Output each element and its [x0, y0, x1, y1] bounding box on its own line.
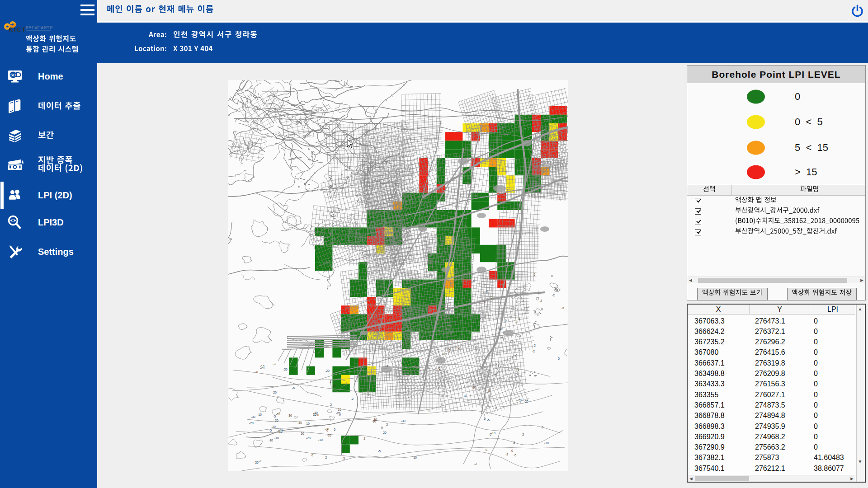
svg-text:-5: -5: [333, 428, 335, 431]
svg-text:-10: -10: [327, 434, 331, 437]
svg-text:-2: -2: [515, 320, 518, 324]
svg-text:-2: -2: [444, 352, 447, 356]
svg-text:-30: -30: [283, 368, 288, 371]
svg-text:-2: -2: [363, 437, 365, 440]
svg-text:-2: -2: [552, 294, 555, 297]
svg-text:-30: -30: [288, 414, 292, 417]
svg-text:-20: -20: [249, 422, 254, 425]
svg-text:-5: -5: [269, 429, 272, 432]
svg-text:0: 0: [541, 308, 543, 311]
svg-text:-2: -2: [329, 403, 332, 406]
svg-text:-30: -30: [251, 415, 255, 418]
svg-text:-5: -5: [448, 349, 450, 352]
svg-text:-20: -20: [271, 425, 276, 428]
svg-text:-5: -5: [378, 450, 381, 453]
svg-text:-20: -20: [524, 400, 528, 403]
svg-text:-20: -20: [472, 386, 476, 389]
svg-text:-20: -20: [517, 399, 522, 402]
svg-text:0: 0: [381, 426, 383, 429]
svg-text:-2: -2: [491, 296, 494, 300]
svg-text:-10: -10: [331, 384, 336, 387]
svg-text:-2: -2: [324, 456, 327, 459]
svg-text:-5: -5: [487, 418, 490, 422]
svg-text:0: 0: [486, 448, 487, 451]
svg-text:-2: -2: [539, 299, 542, 302]
svg-text:-5: -5: [433, 300, 435, 303]
svg-text:-5: -5: [514, 454, 516, 457]
svg-text:0: 0: [551, 274, 553, 277]
svg-text:0: 0: [417, 285, 419, 288]
svg-text:-2: -2: [474, 462, 477, 465]
svg-text:-10: -10: [269, 439, 273, 442]
svg-text:-2: -2: [386, 365, 388, 368]
svg-text:-5: -5: [472, 279, 475, 282]
svg-text:-2: -2: [351, 397, 354, 400]
svg-text:-5: -5: [483, 417, 486, 420]
svg-text:0: 0: [458, 346, 459, 349]
svg-text:0: 0: [486, 289, 488, 292]
svg-text:-5: -5: [292, 386, 295, 389]
svg-text:0: 0: [344, 442, 346, 446]
svg-text:0: 0: [439, 295, 441, 298]
svg-text:0: 0: [464, 394, 466, 398]
svg-text:-2: -2: [329, 380, 331, 383]
svg-text:0: 0: [542, 426, 543, 429]
svg-text:-5: -5: [557, 357, 560, 360]
svg-text:-2: -2: [412, 371, 415, 374]
svg-text:-5: -5: [512, 441, 515, 444]
svg-text:-10: -10: [491, 432, 495, 435]
svg-text:-30: -30: [372, 420, 376, 423]
svg-text:0: 0: [505, 319, 507, 322]
svg-text:-2: -2: [533, 344, 536, 347]
svg-text:-10: -10: [544, 441, 549, 445]
svg-text:-2: -2: [274, 362, 276, 366]
svg-text:-20: -20: [278, 428, 283, 432]
svg-text:-2: -2: [527, 305, 529, 309]
svg-text:-2: -2: [385, 423, 388, 426]
svg-text:-30: -30: [254, 461, 259, 464]
svg-text:0: 0: [429, 409, 430, 413]
svg-text:-2: -2: [478, 318, 481, 321]
svg-text:-20: -20: [300, 432, 304, 435]
svg-text:-5: -5: [518, 317, 520, 320]
svg-text:-30: -30: [297, 421, 302, 424]
svg-text:KICT: KICT: [9, 26, 27, 33]
svg-text:-5: -5: [455, 321, 458, 324]
svg-text:-20: -20: [382, 431, 387, 434]
svg-text:0: 0: [415, 365, 417, 368]
svg-text:-2: -2: [505, 453, 508, 456]
svg-text:0: 0: [484, 300, 486, 304]
svg-text:0: 0: [511, 449, 513, 452]
svg-text:0: 0: [256, 371, 258, 374]
svg-text:-5: -5: [533, 273, 535, 276]
svg-text:-5: -5: [342, 457, 345, 460]
svg-text:-5: -5: [438, 367, 440, 370]
svg-text:-10: -10: [318, 438, 323, 441]
svg-text:-10: -10: [260, 365, 264, 368]
svg-text:-2: -2: [487, 389, 490, 392]
svg-text:0: 0: [443, 328, 445, 332]
svg-text:-10: -10: [337, 408, 341, 411]
svg-text:-10: -10: [257, 413, 262, 416]
svg-text:-10: -10: [305, 422, 310, 425]
svg-text:-2: -2: [521, 433, 524, 436]
svg-text:0: 0: [311, 454, 313, 457]
svg-text:SD: SD: [10, 73, 16, 77]
svg-text:0: 0: [495, 406, 497, 409]
svg-text:-30: -30: [325, 427, 329, 431]
svg-text:-30: -30: [401, 419, 406, 422]
svg-text:-20: -20: [336, 412, 340, 415]
svg-text:-10: -10: [412, 456, 417, 459]
svg-text:-10: -10: [276, 413, 280, 416]
svg-text:-20: -20: [306, 436, 311, 440]
svg-text:-20: -20: [274, 419, 278, 422]
svg-text:-30: -30: [312, 413, 316, 416]
svg-text:0: 0: [411, 288, 413, 291]
svg-text:-2: -2: [259, 460, 261, 463]
svg-text:-20: -20: [272, 391, 277, 394]
svg-text:-5: -5: [561, 306, 564, 310]
svg-text:-5: -5: [273, 415, 276, 418]
svg-text:-2: -2: [532, 350, 535, 353]
svg-text:-10: -10: [274, 436, 279, 440]
svg-text:-5: -5: [499, 327, 502, 330]
